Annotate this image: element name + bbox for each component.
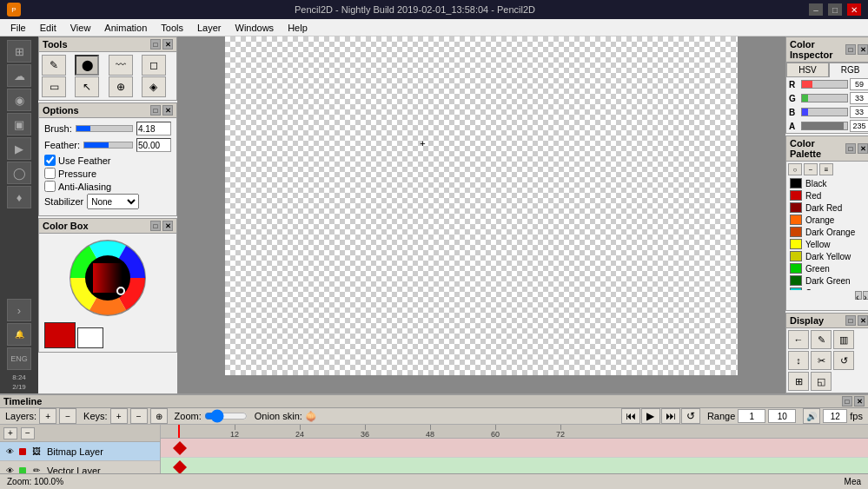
ci-r-input[interactable]: [850, 78, 868, 90]
onion-icon[interactable]: 🧅: [305, 411, 317, 422]
brush-tool-btn[interactable]: ⬤: [75, 55, 99, 76]
zoom-slider[interactable]: [204, 412, 248, 420]
colorbox-close-btn[interactable]: ✕: [162, 221, 173, 231]
display-close-btn[interactable]: ✕: [858, 315, 868, 326]
display-flip-v-btn[interactable]: ↕: [788, 351, 809, 370]
close-button[interactable]: ✕: [847, 3, 861, 16]
palette-item-yellow[interactable]: Yellow: [786, 238, 868, 250]
minimize-button[interactable]: –: [809, 3, 823, 16]
play-icon[interactable]: ▶: [7, 137, 31, 160]
options-close-btn[interactable]: ✕: [162, 105, 173, 116]
palette-menu-btn[interactable]: ≡: [819, 163, 833, 175]
duplicate-key-btn[interactable]: ⊕: [150, 408, 168, 424]
remove-key-btn[interactable]: −: [130, 408, 148, 424]
ci-close-btn[interactable]: ✕: [858, 44, 868, 55]
smudge-tool-btn[interactable]: 〰: [109, 55, 133, 76]
display-rotate-btn[interactable]: ↺: [833, 351, 854, 370]
colorbox-float-btn[interactable]: □: [150, 221, 161, 231]
palette-item-darkyellow[interactable]: Dark Yellow: [786, 250, 868, 262]
pressure-checkbox[interactable]: [44, 168, 56, 179]
tools-float-btn[interactable]: □: [150, 39, 161, 50]
diamond-icon[interactable]: ♦: [7, 186, 31, 208]
menu-view[interactable]: View: [63, 21, 98, 35]
notification-icon[interactable]: 🔔: [7, 323, 31, 346]
color-wheel-svg[interactable]: [69, 239, 147, 317]
timeline-float-btn[interactable]: □: [842, 396, 852, 406]
palette-item-darkorange[interactable]: Dark Orange: [786, 226, 868, 238]
play-loop-btn[interactable]: ↺: [681, 408, 700, 424]
layer-remove-btn[interactable]: −: [21, 427, 35, 439]
palette-float-btn[interactable]: □: [845, 143, 856, 154]
display-grid-btn[interactable]: ▥: [833, 330, 854, 349]
playhead[interactable]: [178, 425, 180, 438]
palette-item-black[interactable]: Black: [786, 177, 868, 189]
maximize-button[interactable]: □: [828, 3, 842, 16]
layer-bitmap-row[interactable]: 👁 🖼 Bitmap Layer: [0, 442, 160, 461]
track-bitmap[interactable]: [161, 439, 868, 458]
ring-icon[interactable]: ◯: [7, 162, 31, 184]
keyframe-bitmap-1[interactable]: [173, 441, 187, 455]
eraser-tool-btn[interactable]: ◻: [142, 55, 166, 76]
menu-file[interactable]: File: [3, 21, 33, 35]
tab-hsv[interactable]: HSV: [786, 63, 829, 77]
volume-btn[interactable]: 🔊: [803, 408, 820, 424]
anti-aliasing-checkbox[interactable]: [44, 181, 56, 192]
palette-add-btn[interactable]: ○: [788, 163, 802, 175]
ci-g-input[interactable]: [850, 92, 868, 104]
palette-scroll-right[interactable]: ›: [863, 291, 868, 300]
menu-layer[interactable]: Layer: [190, 21, 229, 35]
play-next-btn[interactable]: ⏭: [661, 408, 680, 424]
use-feather-checkbox[interactable]: [44, 155, 56, 166]
menu-help[interactable]: Help: [281, 21, 315, 35]
palette-item-darkred[interactable]: Dark Red: [786, 202, 868, 214]
display-pencil-btn[interactable]: ✎: [811, 330, 832, 349]
pencil-tool-btn[interactable]: ✎: [42, 55, 66, 76]
layer-add-btn[interactable]: +: [3, 427, 17, 439]
pointer-btn[interactable]: ↖: [75, 76, 99, 97]
color-wheel-container[interactable]: [69, 239, 147, 317]
display-box-btn[interactable]: ⊞: [788, 372, 809, 391]
palette-scroll-left[interactable]: ‹: [855, 291, 862, 300]
circle-icon[interactable]: ◉: [7, 89, 31, 111]
range-start-input[interactable]: [738, 409, 765, 423]
display-cut-btn[interactable]: ✂: [811, 351, 832, 370]
display-float-btn[interactable]: □: [845, 315, 856, 326]
palette-item-green[interactable]: Green: [786, 262, 868, 274]
feather-input[interactable]: [136, 138, 171, 152]
fps-input[interactable]: [823, 409, 847, 423]
brush-size-input[interactable]: [136, 122, 171, 135]
remove-layer-btn[interactable]: −: [59, 408, 76, 424]
stabilizer-select[interactable]: None Low High: [87, 194, 139, 209]
foreground-color[interactable]: [44, 322, 76, 348]
options-float-btn[interactable]: □: [150, 105, 161, 116]
select-rect-btn[interactable]: ▭: [42, 76, 66, 97]
palette-remove-btn[interactable]: −: [804, 163, 818, 175]
ci-float-btn[interactable]: □: [845, 44, 856, 55]
layer-bitmap-vis[interactable]: 👁: [3, 446, 16, 458]
grid-icon[interactable]: ⊞: [7, 40, 31, 63]
palette-item-orange[interactable]: Orange: [786, 214, 868, 226]
tab-rgb[interactable]: RGB: [829, 63, 868, 77]
play-btn[interactable]: ▶: [641, 408, 660, 424]
menu-tools[interactable]: Tools: [154, 21, 190, 35]
menu-windows[interactable]: Windows: [229, 21, 282, 35]
tools-close-btn[interactable]: ✕: [162, 39, 173, 50]
display-undo-btn[interactable]: ←: [788, 330, 809, 349]
canvas[interactable]: +: [225, 36, 738, 375]
eyedropper-btn[interactable]: ⊕: [109, 76, 133, 97]
palette-item-red[interactable]: Red: [786, 189, 868, 202]
range-end-input[interactable]: [768, 409, 796, 423]
bucket-btn[interactable]: ◈: [142, 76, 166, 97]
expand-icon[interactable]: ›: [7, 299, 31, 321]
ci-b-input[interactable]: [850, 106, 868, 118]
display-extra-btn[interactable]: ◱: [811, 372, 832, 391]
square-icon[interactable]: ▣: [7, 113, 31, 135]
add-layer-btn[interactable]: +: [39, 408, 56, 424]
ci-a-input[interactable]: [850, 120, 868, 132]
menu-edit[interactable]: Edit: [33, 21, 63, 35]
keyframe-vector-1[interactable]: [173, 460, 187, 474]
play-prev-btn[interactable]: ⏮: [621, 408, 640, 424]
add-key-btn[interactable]: +: [110, 408, 128, 424]
cloud-icon[interactable]: ☁: [7, 64, 31, 87]
palette-item-darkgreen[interactable]: Dark Green: [786, 274, 868, 287]
